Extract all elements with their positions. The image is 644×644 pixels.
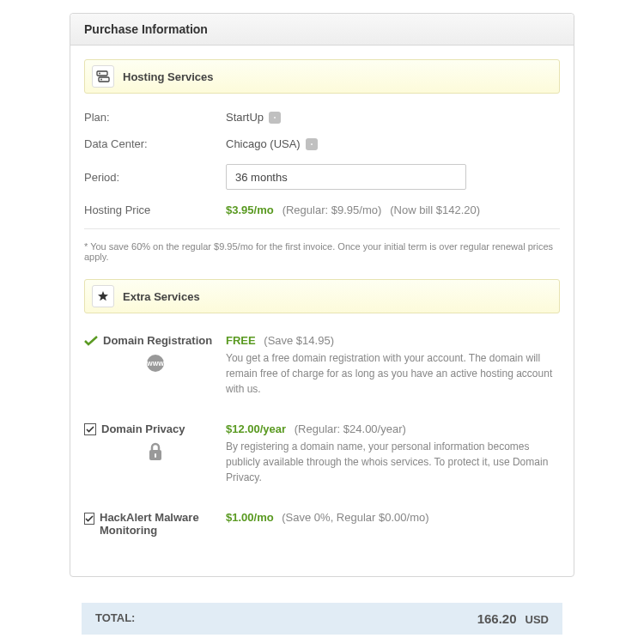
datacenter-value: Chicago (USA) [226, 137, 301, 150]
period-row: Period: 36 months [84, 157, 560, 197]
hosting-price-value: $3.95/mo [226, 204, 274, 216]
domain-reg-price: FREE [226, 334, 256, 347]
domain-reg-save: (Save $14.95) [264, 334, 334, 347]
svg-rect-2 [99, 77, 109, 82]
malware-regular: (Save 0%, Regular $0.00/mo) [282, 511, 428, 524]
svg-rect-0 [97, 71, 107, 76]
domain-privacy-price: $12.00/year [226, 422, 286, 435]
plan-value: StartUp [226, 111, 264, 124]
malware-checkbox[interactable] [84, 513, 94, 525]
hosting-section-header: Hosting Services [84, 59, 560, 94]
check-icon [84, 336, 98, 346]
hosting-footnote: * You save 60% on the regular $9.95/mo f… [84, 229, 560, 279]
panel-body: Hosting Services Plan: StartUp Data Cent… [70, 46, 574, 576]
malware-row: HackAlert Malware Monitoring $1.00/mo (S… [84, 501, 560, 562]
panel-title: Purchase Information [70, 14, 574, 46]
svg-rect-4 [274, 117, 276, 118]
www-icon: WWW [84, 354, 226, 373]
domain-privacy-row: Domain Privacy $12.00/year (Regular: $24… [84, 412, 560, 501]
malware-title: HackAlert Malware Monitoring [100, 511, 226, 537]
total-label: TOTAL: [95, 611, 135, 626]
domain-privacy-desc: By registering a domain name, your perso… [226, 439, 560, 485]
total-currency: USD [526, 613, 549, 626]
hosting-price-label: Hosting Price [84, 204, 226, 216]
extras-section-header: Extra Services [84, 279, 560, 313]
svg-point-3 [100, 79, 102, 81]
datacenter-label: Data Center: [84, 137, 226, 150]
domain-privacy-checkbox[interactable] [84, 423, 96, 435]
svg-text:WWW: WWW [147, 361, 164, 367]
hosting-icon [92, 65, 114, 88]
star-icon [92, 285, 114, 307]
domain-privacy-title: Domain Privacy [101, 422, 185, 435]
hosting-section-title: Hosting Services [123, 70, 214, 83]
malware-price: $1.00/mo [226, 511, 274, 524]
total-bar: TOTAL: 166.20 USD [82, 603, 562, 635]
info-icon[interactable] [306, 138, 318, 150]
purchase-panel: Purchase Information Hosting Services Pl… [70, 13, 574, 577]
extras-section-title: Extra Services [123, 290, 200, 303]
period-select[interactable]: 36 months [226, 164, 466, 190]
total-amount: 166.20 [477, 611, 517, 626]
lock-icon [84, 442, 226, 461]
svg-rect-5 [311, 143, 313, 145]
datacenter-row: Data Center: Chicago (USA) [84, 131, 560, 157]
hosting-price-regular: (Regular: $9.95/mo) [283, 204, 382, 216]
domain-privacy-regular: (Regular: $24.00/year) [295, 422, 406, 435]
domain-reg-desc: You get a free domain registration with … [226, 350, 560, 397]
plan-row: Plan: StartUp [84, 104, 560, 131]
plan-label: Plan: [84, 111, 226, 124]
svg-marker-6 [98, 291, 108, 301]
svg-rect-10 [155, 453, 156, 458]
info-icon[interactable] [269, 112, 281, 124]
hosting-price-row: Hosting Price $3.95/mo (Regular: $9.95/m… [84, 197, 560, 223]
domain-reg-title: Domain Registration [103, 334, 212, 347]
domain-registration-row: Domain Registration WWW FREE (Save $14.9… [84, 324, 560, 412]
hosting-price-nowbill: (Now bill $142.20) [390, 204, 480, 216]
svg-point-1 [99, 73, 100, 75]
period-label: Period: [84, 171, 226, 184]
